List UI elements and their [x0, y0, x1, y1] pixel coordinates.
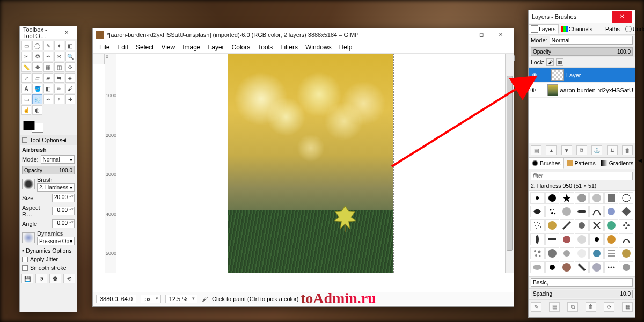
brush-preset[interactable] [589, 192, 604, 204]
tool-bucket[interactable]: 🪣 [32, 84, 42, 93]
dynamics-select[interactable]: Pressure Op▾ [37, 237, 75, 245]
brush-preset[interactable] [619, 233, 633, 245]
tool-ellipse-select[interactable]: ◯ [32, 41, 42, 50]
tab-patterns[interactable]: Patterns [564, 158, 598, 169]
delete-brush-button[interactable]: 🗑 [586, 302, 596, 312]
tab-channels[interactable]: Channels [559, 24, 595, 34]
tool-foreground[interactable]: ✪ [32, 52, 42, 61]
menu-image[interactable]: Image [179, 42, 203, 52]
brush-preset[interactable] [619, 192, 633, 204]
brush-preset[interactable] [619, 247, 633, 259]
save-options-button[interactable]: 💾 [21, 274, 33, 283]
brush-preset[interactable] [604, 261, 619, 273]
visibility-toggle[interactable]: 👁 [529, 72, 540, 78]
brush-preset[interactable] [604, 206, 619, 217]
minimize-icon[interactable]: — [452, 29, 472, 41]
tool-color-picker[interactable]: ⤧ [54, 52, 64, 61]
color-swatches[interactable] [20, 116, 77, 135]
brush-preset[interactable] [604, 247, 619, 259]
brush-preset[interactable] [545, 247, 560, 259]
mode-select[interactable]: Normal▾ [41, 155, 75, 164]
brush-preset[interactable] [545, 233, 560, 245]
edit-brush-button[interactable]: ✎ [531, 302, 541, 312]
tool-scissors[interactable]: ✂ [21, 52, 31, 61]
tool-align[interactable]: ▦ [43, 62, 53, 72]
tool-dodge[interactable]: ◐ [32, 105, 42, 115]
tab-layers[interactable]: Layers [529, 24, 559, 34]
brush-preset[interactable] [545, 261, 560, 273]
menu-windows[interactable]: Windows [302, 42, 335, 52]
brush-preset[interactable] [530, 192, 545, 204]
tool-cage[interactable]: ◈ [65, 73, 75, 83]
brush-preset[interactable] [545, 219, 560, 231]
image-titlebar[interactable]: *[aaron-burden-rd2yxHSSatU-unsplash] (im… [93, 28, 514, 41]
brush-preset[interactable] [545, 192, 560, 204]
brush-preset[interactable] [560, 219, 574, 231]
brush-filter-input[interactable] [531, 172, 633, 180]
tool-flip[interactable]: ⇋ [54, 73, 64, 83]
tool-fuzzy-select[interactable]: ✦ [54, 41, 64, 50]
merge-layer-button[interactable]: ⇊ [607, 145, 618, 155]
dock-titlebar[interactable]: Layers - Brushes ✕ [529, 10, 635, 23]
tool-free-select[interactable]: ✎ [43, 41, 53, 50]
ruler-vertical[interactable]: 0 1000 2000 3000 4000 5000 [105, 54, 116, 273]
tab-menu-icon[interactable]: ◀ [636, 158, 644, 169]
brush-thumbnail[interactable] [22, 179, 35, 189]
close-icon[interactable]: ✕ [612, 11, 632, 23]
tool-rect-select[interactable]: ▭ [21, 41, 31, 50]
tool-rotate[interactable]: ⟳ [65, 62, 75, 72]
tool-zoom[interactable]: 🔍 [65, 52, 75, 61]
menu-help[interactable]: Help [336, 42, 356, 52]
tool-measure[interactable]: 📏 [21, 62, 31, 72]
raise-layer-button[interactable]: ▲ [546, 145, 557, 155]
tool-clone[interactable]: ⌖ [54, 94, 64, 104]
close-icon[interactable]: ✕ [59, 27, 74, 39]
tool-pencil[interactable]: ✏ [54, 84, 64, 93]
brush-preset[interactable] [575, 233, 589, 245]
brush-preset[interactable] [560, 247, 574, 259]
tool-blend[interactable]: ◧ [43, 84, 53, 93]
tool-paintbrush[interactable]: 🖌 [65, 84, 75, 93]
reset-options-button[interactable]: ⟲ [63, 274, 75, 283]
dynamics-thumbnail[interactable] [22, 232, 35, 243]
scrollbar-vertical[interactable] [505, 54, 514, 273]
brush-preset[interactable] [560, 261, 574, 273]
brush-preset[interactable] [575, 192, 589, 204]
canvas[interactable] [116, 54, 505, 273]
spacing-slider[interactable]: Spacing10.0 [531, 290, 633, 298]
brush-preset[interactable] [575, 261, 589, 273]
layer-mode-select[interactable]: Normal [550, 36, 633, 45]
brush-select[interactable]: 2. Hardness▾ [37, 183, 75, 192]
brush-preset[interactable] [619, 261, 633, 273]
menu-select[interactable]: Select [133, 42, 157, 52]
menu-colors[interactable]: Colors [229, 42, 254, 52]
brush-preset[interactable] [545, 206, 560, 217]
maximize-icon[interactable]: ◻ [472, 29, 491, 41]
angle-input[interactable]: 0.00 [52, 219, 75, 228]
layer-name[interactable]: Layer [566, 72, 581, 78]
tab-paths[interactable]: Paths [595, 24, 623, 34]
tool-perspective[interactable]: ▰ [43, 73, 53, 83]
size-input[interactable]: 20.00 [52, 194, 75, 202]
brush-preset[interactable] [530, 233, 545, 245]
unit-select[interactable]: px [141, 295, 161, 303]
lock-alpha-icon[interactable]: ▦ [556, 58, 564, 66]
menu-view[interactable]: View [158, 42, 178, 52]
tab-brushes[interactable]: Brushes [529, 158, 564, 169]
new-layer-button[interactable]: ▤ [531, 145, 541, 155]
tool-paths[interactable]: ✒ [43, 52, 53, 61]
lower-layer-button[interactable]: ▼ [561, 145, 572, 155]
aspect-input[interactable]: 0.00 [52, 207, 75, 215]
layer-opacity-slider[interactable]: Opacity100.0 [531, 47, 633, 56]
foreground-color[interactable] [23, 121, 35, 130]
menu-filters[interactable]: Filters [277, 42, 301, 52]
tool-shear[interactable]: ▱ [32, 73, 42, 83]
apply-jitter-checkbox[interactable]: Apply Jitter [20, 255, 77, 264]
brush-preset[interactable] [530, 219, 545, 231]
brush-preset[interactable] [575, 206, 589, 217]
brush-preset[interactable] [530, 206, 545, 217]
brush-preset[interactable] [589, 206, 604, 217]
menu-tools[interactable]: Tools [254, 42, 276, 52]
brush-preset[interactable] [560, 206, 574, 217]
delete-layer-button[interactable]: 🗑 [622, 145, 633, 155]
